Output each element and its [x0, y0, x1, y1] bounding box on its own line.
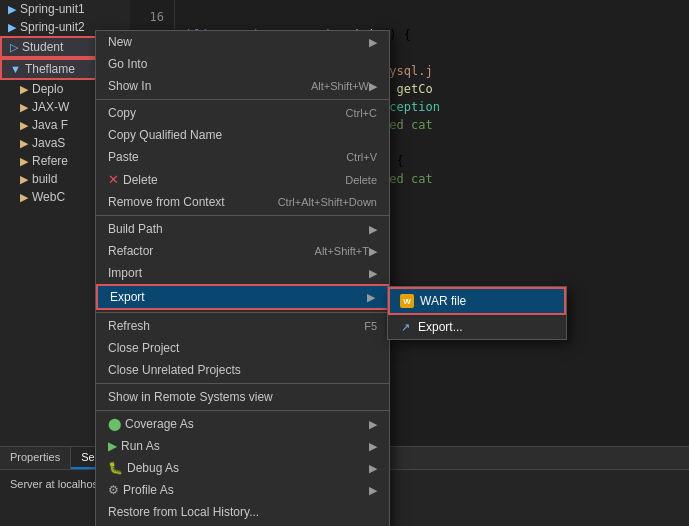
arrow-icon: ▶ [369, 223, 377, 236]
menu-item-gointo[interactable]: Go Into [96, 53, 389, 75]
folder-icon: ▶ [20, 83, 28, 96]
submenu-item-export[interactable]: ↗ Export... [388, 315, 566, 339]
arrow-icon: ▶ [369, 418, 377, 431]
folder-icon: ▶ [20, 155, 28, 168]
menu-item-copy[interactable]: Copy Ctrl+C [96, 102, 389, 124]
export-icon: ↗ [398, 320, 412, 334]
menu-item-close-unrelated[interactable]: Close Unrelated Projects [96, 359, 389, 381]
menu-item-showin[interactable]: Show In Alt+Shift+W ▶ [96, 75, 389, 97]
sidebar-item-spring1[interactable]: ▶ Spring-unit1 [0, 0, 130, 18]
project-icon: ▷ [10, 41, 18, 54]
debug-icon: 🐛 [108, 461, 123, 475]
menu-item-refactor[interactable]: Refactor Alt+Shift+T ▶ [96, 240, 389, 262]
menu-item-runas[interactable]: ▶ Run As ▶ [96, 435, 389, 457]
profile-icon: ⚙ [108, 483, 119, 497]
project-icon: ▶ [8, 21, 16, 34]
folder-icon: ▶ [20, 137, 28, 150]
tab-properties[interactable]: Properties [0, 447, 71, 469]
context-menu[interactable]: New ▶ Go Into Show In Alt+Shift+W ▶ Copy… [95, 30, 390, 526]
menu-item-export[interactable]: Export ▶ W WAR file ↗ Export... [96, 284, 389, 310]
project-icon: ▼ [10, 63, 21, 75]
menu-item-import[interactable]: Import ▶ [96, 262, 389, 284]
menu-item-close-project[interactable]: Close Project [96, 337, 389, 359]
submenu-item-warfile[interactable]: W WAR file [388, 287, 566, 315]
menu-item-show-remote[interactable]: Show in Remote Systems view [96, 386, 389, 408]
folder-icon: ▶ [20, 101, 28, 114]
menu-item-coverage[interactable]: ⬤ Coverage As ▶ [96, 413, 389, 435]
arrow-icon: ▶ [369, 245, 377, 258]
folder-icon: ▶ [20, 191, 28, 204]
menu-item-buildpath[interactable]: Build Path ▶ [96, 218, 389, 240]
folder-icon: ▶ [20, 173, 28, 186]
menu-item-remove-context[interactable]: Remove from Context Ctrl+Alt+Shift+Down [96, 191, 389, 213]
menu-item-paste[interactable]: Paste Ctrl+V [96, 146, 389, 168]
arrow-icon: ▶ [369, 484, 377, 497]
arrow-icon: ▶ [367, 291, 375, 304]
arrow-icon: ▶ [369, 267, 377, 280]
war-icon: W [400, 294, 414, 308]
arrow-icon: ▶ [369, 80, 377, 93]
menu-item-restore[interactable]: Restore from Local History... [96, 501, 389, 523]
menu-separator [96, 312, 389, 313]
menu-separator [96, 383, 389, 384]
folder-icon: ▶ [20, 119, 28, 132]
menu-item-refresh[interactable]: Refresh F5 [96, 315, 389, 337]
menu-item-profileas[interactable]: ⚙ Profile As ▶ [96, 479, 389, 501]
menu-item-new[interactable]: New ▶ [96, 31, 389, 53]
arrow-icon: ▶ [369, 36, 377, 49]
project-icon: ▶ [8, 3, 16, 16]
run-icon: ▶ [108, 439, 117, 453]
arrow-icon: ▶ [369, 462, 377, 475]
menu-item-copy-qualified[interactable]: Copy Qualified Name [96, 124, 389, 146]
menu-separator [96, 215, 389, 216]
menu-item-debugas[interactable]: 🐛 Debug As ▶ [96, 457, 389, 479]
menu-separator [96, 99, 389, 100]
export-submenu[interactable]: W WAR file ↗ Export... [387, 286, 567, 340]
arrow-icon: ▶ [369, 440, 377, 453]
menu-separator [96, 410, 389, 411]
menu-item-delete[interactable]: ✕ Delete Delete [96, 168, 389, 191]
delete-icon: ✕ [108, 172, 119, 187]
coverage-icon: ⬤ [108, 417, 121, 431]
